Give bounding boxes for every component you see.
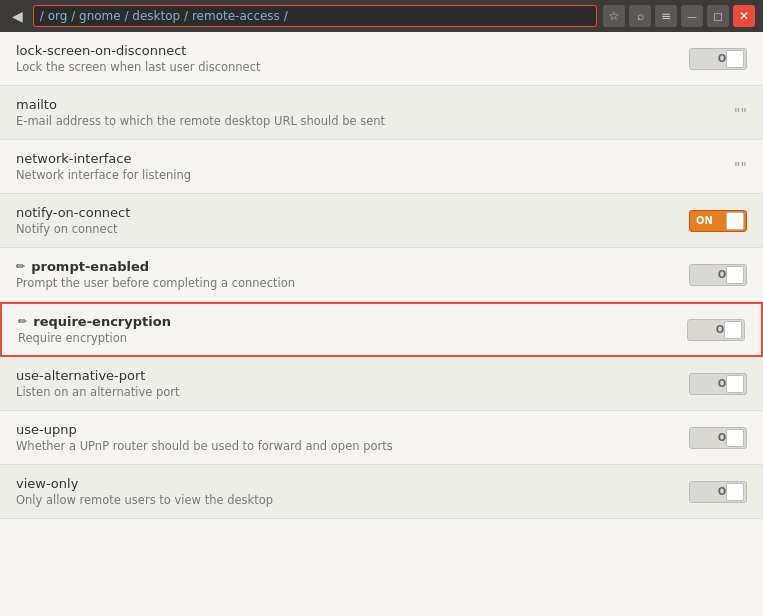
setting-network-interface: network-interface Network interface for … bbox=[0, 140, 763, 194]
setting-desc: Prompt the user before completing a conn… bbox=[16, 276, 689, 290]
setting-desc: Lock the screen when last user disconnec… bbox=[16, 60, 689, 74]
setting-prompt-enabled: ✏ prompt-enabled Prompt the user before … bbox=[0, 248, 763, 302]
setting-lock-screen: lock-screen-on-disconnect Lock the scree… bbox=[0, 32, 763, 86]
pencil-icon: ✏ bbox=[16, 260, 25, 273]
setting-info: mailto E-mail address to which the remot… bbox=[16, 97, 734, 128]
main-wrapper: lock-screen-on-disconnect Lock the scree… bbox=[0, 32, 763, 616]
search-icon[interactable]: ⌕ bbox=[629, 5, 651, 27]
toggle-use-upnp[interactable]: OFF bbox=[689, 427, 747, 449]
toggle-knob bbox=[726, 483, 744, 501]
path-gnome: gnome bbox=[79, 9, 124, 23]
setting-info: view-only Only allow remote users to vie… bbox=[16, 476, 689, 507]
window-controls: ☆ ⌕ ≡ — □ ✕ bbox=[603, 5, 755, 27]
setting-view-only: view-only Only allow remote users to vie… bbox=[0, 465, 763, 519]
toggle-prompt-enabled[interactable]: OFF bbox=[689, 264, 747, 286]
setting-info: use-upnp Whether a UPnP router should be… bbox=[16, 422, 689, 453]
settings-list: lock-screen-on-disconnect Lock the scree… bbox=[0, 32, 763, 519]
setting-name: network-interface bbox=[16, 151, 734, 166]
path-separator: / bbox=[284, 9, 288, 23]
menu-icon[interactable]: ≡ bbox=[655, 5, 677, 27]
setting-name: lock-screen-on-disconnect bbox=[16, 43, 689, 58]
setting-desc: Listen on an alternative port bbox=[16, 385, 689, 399]
setting-name: use-upnp bbox=[16, 422, 689, 437]
toggle-notify-connect[interactable]: ON bbox=[689, 210, 747, 232]
setting-name: notify-on-connect bbox=[16, 205, 689, 220]
setting-info: network-interface Network interface for … bbox=[16, 151, 734, 182]
setting-desc: Whether a UPnP router should be used to … bbox=[16, 439, 689, 453]
toggle-knob bbox=[726, 429, 744, 447]
star-icon[interactable]: ☆ bbox=[603, 5, 625, 27]
setting-info: ✏ require-encryption Require encryption bbox=[18, 314, 687, 345]
setting-info: use-alternative-port Listen on an altern… bbox=[16, 368, 689, 399]
setting-value-end: " bbox=[741, 105, 747, 121]
settings-panel: lock-screen-on-disconnect Lock the scree… bbox=[0, 32, 763, 616]
setting-desc: Only allow remote users to view the desk… bbox=[16, 493, 689, 507]
setting-use-alt-port: use-alternative-port Listen on an altern… bbox=[0, 357, 763, 411]
path-remote-access: remote-access bbox=[192, 9, 284, 23]
minimize-button[interactable]: — bbox=[681, 5, 703, 27]
setting-notify-connect: notify-on-connect Notify on connect ON bbox=[0, 194, 763, 248]
path-separator: / bbox=[184, 9, 188, 23]
setting-name: use-alternative-port bbox=[16, 368, 689, 383]
pencil-icon: ✏ bbox=[18, 315, 27, 328]
setting-name: view-only bbox=[16, 476, 689, 491]
toggle-view-only[interactable]: OFF bbox=[689, 481, 747, 503]
setting-require-encryption: ✏ require-encryption Require encryption … bbox=[0, 302, 763, 357]
setting-name: ✏ require-encryption bbox=[18, 314, 687, 329]
toggle-knob bbox=[726, 266, 744, 284]
close-button[interactable]: ✕ bbox=[733, 5, 755, 27]
toggle-knob bbox=[726, 50, 744, 68]
setting-desc: E-mail address to which the remote deskt… bbox=[16, 114, 734, 128]
toggle-label: ON bbox=[696, 215, 713, 226]
setting-desc: Notify on connect bbox=[16, 222, 689, 236]
back-icon[interactable]: ◀ bbox=[8, 6, 27, 26]
setting-name: mailto bbox=[16, 97, 734, 112]
path-separator: / bbox=[40, 9, 44, 23]
setting-mailto: mailto E-mail address to which the remot… bbox=[0, 86, 763, 140]
path-separator: / bbox=[124, 9, 128, 23]
toggle-knob bbox=[724, 321, 742, 339]
setting-desc: Require encryption bbox=[18, 331, 687, 345]
toggle-lock-screen[interactable]: OFF bbox=[689, 48, 747, 70]
setting-use-upnp: use-upnp Whether a UPnP router should be… bbox=[0, 411, 763, 465]
path-separator: / bbox=[71, 9, 75, 23]
toggle-knob bbox=[726, 375, 744, 393]
toggle-require-encryption[interactable]: OFF bbox=[687, 319, 745, 341]
title-bar: ◀ / org / gnome / desktop / remote-acces… bbox=[0, 0, 763, 32]
path-display: / org / gnome / desktop / remote-access … bbox=[40, 9, 288, 23]
setting-info: ✏ prompt-enabled Prompt the user before … bbox=[16, 259, 689, 290]
address-bar[interactable]: / org / gnome / desktop / remote-access … bbox=[33, 5, 597, 27]
setting-name: ✏ prompt-enabled bbox=[16, 259, 689, 274]
setting-value-end: " bbox=[741, 159, 747, 175]
setting-info: lock-screen-on-disconnect Lock the scree… bbox=[16, 43, 689, 74]
toggle-use-alt-port[interactable]: OFF bbox=[689, 373, 747, 395]
maximize-button[interactable]: □ bbox=[707, 5, 729, 27]
setting-desc: Network interface for listening bbox=[16, 168, 734, 182]
path-org: org bbox=[48, 9, 72, 23]
toggle-knob bbox=[726, 212, 744, 230]
setting-info: notify-on-connect Notify on connect bbox=[16, 205, 689, 236]
path-desktop: desktop bbox=[132, 9, 184, 23]
